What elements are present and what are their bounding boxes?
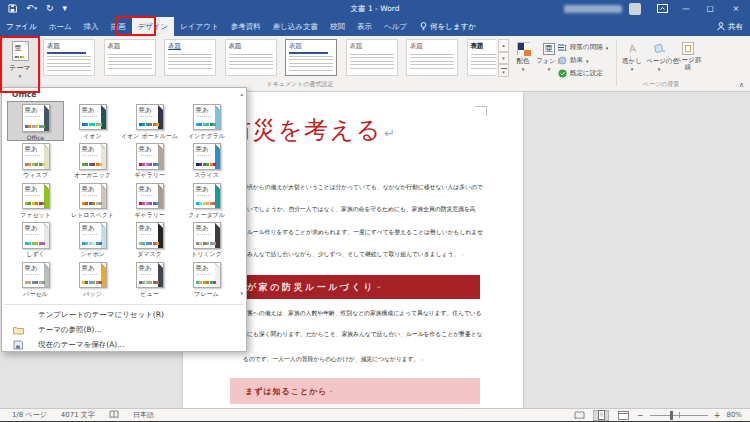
ribbon-display-options-icon[interactable] (650, 0, 674, 17)
style-set-card[interactable]: 表題 (467, 39, 497, 76)
theme-item[interactable]: 亜あダマスク (121, 220, 178, 260)
tab-home[interactable]: ホーム (43, 17, 78, 36)
theme-item-office[interactable]: 亜あOffice (7, 101, 64, 141)
group-separator (40, 40, 41, 86)
theme-item[interactable]: 亜あレトロスペクト (64, 180, 121, 220)
theme-thumbnail: 亜あ (193, 104, 221, 131)
style-set-card[interactable]: 表題 (346, 39, 398, 76)
theme-item[interactable]: 亜あウィスプ (7, 141, 64, 181)
minimize-button[interactable]: — (674, 0, 698, 17)
zoom-level[interactable]: 80% (726, 411, 742, 419)
gallery-scroll-down-icon[interactable]: ▾ (498, 52, 509, 65)
word-window: ↶▾ ↻ ▾ 文書 1 - Word — □ × ファイル ホーム 挿入 描画 … (0, 0, 750, 422)
theme-item[interactable]: 亜あギャラリー (121, 141, 178, 181)
tab-layout[interactable]: レイアウト (174, 17, 224, 36)
tab-insert[interactable]: 挿入 (78, 17, 105, 36)
page-indicator[interactable]: 1/8 ページ (12, 410, 47, 420)
style-set-card[interactable]: 表題 (104, 39, 156, 76)
style-set-card[interactable]: 表題 (406, 39, 458, 76)
qat-customize-icon[interactable]: ▾ (63, 1, 68, 16)
theme-item[interactable]: 亜あギャラリー (121, 180, 178, 220)
theme-item[interactable]: 亜あインテグラル (178, 101, 235, 141)
web-layout-icon[interactable] (615, 410, 631, 421)
zoom-in-button[interactable]: + (714, 411, 721, 420)
theme-item[interactable]: 亜あクォータブル (178, 180, 235, 220)
set-as-default-button[interactable]: 既定に設定 (558, 67, 614, 80)
save-theme-icon (13, 340, 23, 350)
page-borders-button[interactable]: ページ罫線 (674, 40, 702, 71)
menu-item-reset-theme[interactable]: テンプレートのテーマにリセット(R) (2, 307, 246, 322)
panel-scroll-up-icon[interactable]: ▴ (240, 91, 243, 97)
account-avatar[interactable] (629, 3, 641, 15)
theme-item[interactable]: 亜あしずく (7, 220, 64, 260)
themes-caret-icon: ▾ (19, 73, 22, 79)
zoom-slider[interactable] (650, 415, 708, 416)
word-count[interactable]: 4071 文字 (61, 410, 95, 420)
zoom-out-button[interactable]: − (637, 411, 644, 420)
redo-button[interactable]: ↻ (46, 1, 54, 16)
theme-item[interactable]: 亜あオーガニック (64, 141, 121, 181)
theme-item[interactable]: 亜あスライス (178, 141, 235, 181)
paragraph-spacing-button[interactable]: 段落の間隔▾ (558, 41, 614, 54)
menu-item-save-current-theme[interactable]: 現在のテーマを保存(A)... (2, 337, 246, 352)
gallery-more-icon[interactable]: ▾ (498, 64, 509, 77)
close-button[interactable]: × (722, 0, 750, 17)
tell-me-box[interactable]: 何をしますか (413, 17, 483, 36)
tab-view[interactable]: 表示 (351, 17, 378, 36)
tab-draw[interactable]: 描画 (105, 17, 132, 36)
body-text-line[interactable]: 害への備えは、家族の人数や年齢、性別などの家族構成によって異なります。住んでいる (247, 310, 487, 317)
language-indicator[interactable]: 日本語 (133, 410, 154, 420)
share-button[interactable]: 共有 (717, 17, 743, 36)
body-text-line[interactable]: みんなで話し合いながら、少しずつ、そして継続して取り組んでいきましょう。↵ (247, 251, 487, 259)
body-text-line[interactable]: いでしょうか。自分一人ではなく、家族の命を守るためにも、家族全員の防災意識を高 (247, 206, 487, 213)
heading-banner-red[interactable]: が家の防災ルールづくり↵ (230, 275, 480, 299)
document-title-text[interactable]: 防災を考える↵ (227, 114, 396, 146)
read-mode-icon[interactable] (571, 410, 587, 421)
maximize-button[interactable]: □ (698, 0, 722, 17)
tab-mailings[interactable]: 差し込み文書 (267, 17, 324, 36)
tab-review[interactable]: 校閲 (324, 17, 351, 36)
body-text-line[interactable]: ルール作りをすることが求められます。一度にすべてを整えることは難しいかもしれませ (247, 229, 487, 236)
print-layout-icon[interactable] (593, 410, 609, 421)
collapse-ribbon-icon[interactable]: ∧ (739, 81, 744, 89)
body-text-line[interactable]: にも深く関わります。だからこそ、家族みんなで話し合い、ルールを作ることが重要とな (247, 331, 487, 338)
theme-item[interactable]: 亜あイオン ボードルーム (121, 101, 178, 141)
theme-item[interactable]: 亜あファセット (7, 180, 64, 220)
panel-separator (4, 304, 244, 305)
theme-item[interactable]: 亜あフレーム (178, 259, 235, 299)
page-color-button[interactable]: ページの色 ▾ (646, 40, 672, 72)
tab-references[interactable]: 参考資料 (225, 17, 267, 36)
undo-button[interactable]: ↶▾ (26, 1, 37, 16)
tab-help[interactable]: ヘルプ (378, 17, 413, 36)
theme-thumbnail: 亜あ (136, 183, 164, 210)
menu-item-browse-themes[interactable]: テーマの参照(B)... (2, 322, 246, 337)
zoom-slider-handle[interactable] (670, 411, 674, 420)
theme-item[interactable]: 亜あシャボン (64, 220, 121, 260)
body-text-line[interactable]: 頃からの備えが大切ということは分かっていても、なかなか行動に移せない人は多いので (247, 184, 487, 191)
theme-thumbnail: 亜あ (79, 143, 107, 170)
body-text-line[interactable]: るのです。一人一人の普段からの心がけが、減災につながります。↵ (243, 356, 483, 364)
theme-item[interactable]: 亜あイオン (64, 101, 121, 141)
theme-item[interactable]: 亜あバッジ (64, 259, 121, 299)
proofing-icon[interactable] (109, 410, 119, 421)
theme-item[interactable]: 亜あトリミング (178, 220, 235, 260)
themes-button[interactable]: 亜 テーマ ▾ (2, 38, 38, 90)
undo-caret-icon[interactable]: ▾ (35, 1, 38, 16)
panel-scroll-down-icon[interactable]: ▾ (240, 290, 243, 296)
gallery-scroll-up-icon[interactable]: ▴ (498, 39, 509, 52)
effects-button[interactable]: 効果▾ (558, 54, 614, 67)
style-set-card[interactable]: 表題 (164, 39, 216, 76)
account-name-blurred[interactable] (564, 5, 622, 13)
theme-item[interactable]: 亜あビュー (121, 259, 178, 299)
tab-design[interactable]: デザイン (132, 17, 175, 36)
save-icon[interactable] (8, 4, 17, 13)
style-set-card-selected[interactable]: 表題 (285, 39, 337, 76)
style-set-card[interactable]: 表題 (43, 39, 95, 76)
theme-thumbnail: 亜あ (193, 183, 221, 210)
style-set-card[interactable]: 表題 (225, 39, 277, 76)
heading-banner-pink[interactable]: まずは知ることから↵ (230, 378, 480, 404)
colors-button[interactable]: 配色 ▾ (511, 40, 535, 72)
watermark-button[interactable]: A 透かし ▾ (620, 40, 644, 72)
theme-item[interactable]: 亜あパーセル (7, 259, 64, 299)
tab-file[interactable]: ファイル (0, 17, 43, 36)
